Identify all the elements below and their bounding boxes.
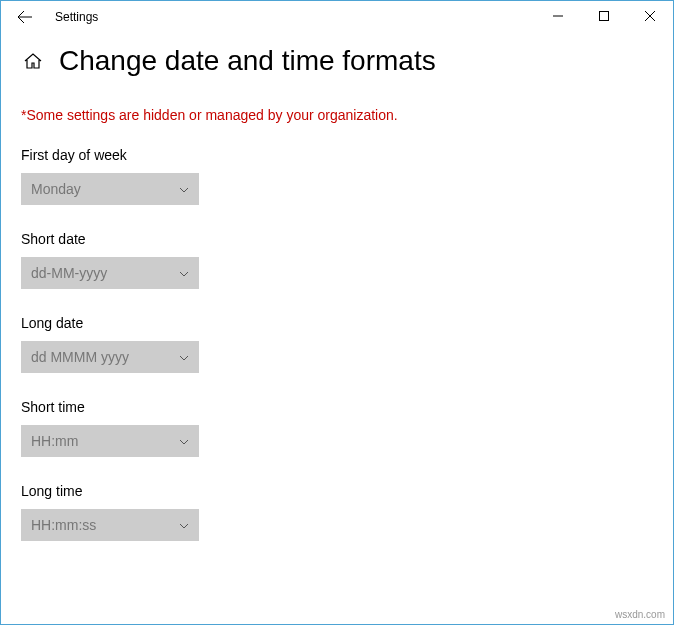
- long-time-value: HH:mm:ss: [31, 517, 96, 533]
- short-time-label: Short time: [21, 399, 653, 415]
- short-date-label: Short date: [21, 231, 653, 247]
- chevron-down-icon: [179, 435, 189, 447]
- maximize-button[interactable]: [581, 1, 627, 31]
- long-time-dropdown[interactable]: HH:mm:ss: [21, 509, 199, 541]
- maximize-icon: [599, 11, 609, 21]
- chevron-down-icon: [179, 267, 189, 279]
- back-arrow-icon: [17, 9, 33, 25]
- titlebar: Settings: [1, 1, 673, 33]
- home-icon[interactable]: [21, 49, 45, 73]
- field-short-time: Short time HH:mm: [21, 399, 653, 457]
- svg-rect-1: [600, 12, 609, 21]
- content-area: Change date and time formats *Some setti…: [1, 33, 673, 587]
- window-title: Settings: [55, 10, 98, 24]
- field-long-time: Long time HH:mm:ss: [21, 483, 653, 541]
- long-date-value: dd MMMM yyyy: [31, 349, 129, 365]
- heading-row: Change date and time formats: [21, 45, 653, 77]
- short-date-dropdown[interactable]: dd-MM-yyyy: [21, 257, 199, 289]
- minimize-button[interactable]: [535, 1, 581, 31]
- page-title: Change date and time formats: [59, 45, 436, 77]
- watermark: wsxdn.com: [615, 609, 665, 620]
- chevron-down-icon: [179, 351, 189, 363]
- chevron-down-icon: [179, 519, 189, 531]
- field-first-day: First day of week Monday: [21, 147, 653, 205]
- window-controls: [535, 1, 673, 31]
- organization-warning: *Some settings are hidden or managed by …: [21, 107, 653, 123]
- first-day-value: Monday: [31, 181, 81, 197]
- long-time-label: Long time: [21, 483, 653, 499]
- field-long-date: Long date dd MMMM yyyy: [21, 315, 653, 373]
- short-date-value: dd-MM-yyyy: [31, 265, 107, 281]
- first-day-label: First day of week: [21, 147, 653, 163]
- close-button[interactable]: [627, 1, 673, 31]
- close-icon: [645, 11, 655, 21]
- back-button[interactable]: [11, 3, 39, 31]
- field-short-date: Short date dd-MM-yyyy: [21, 231, 653, 289]
- long-date-dropdown[interactable]: dd MMMM yyyy: [21, 341, 199, 373]
- short-time-value: HH:mm: [31, 433, 78, 449]
- minimize-icon: [553, 11, 563, 21]
- short-time-dropdown[interactable]: HH:mm: [21, 425, 199, 457]
- long-date-label: Long date: [21, 315, 653, 331]
- first-day-dropdown[interactable]: Monday: [21, 173, 199, 205]
- chevron-down-icon: [179, 183, 189, 195]
